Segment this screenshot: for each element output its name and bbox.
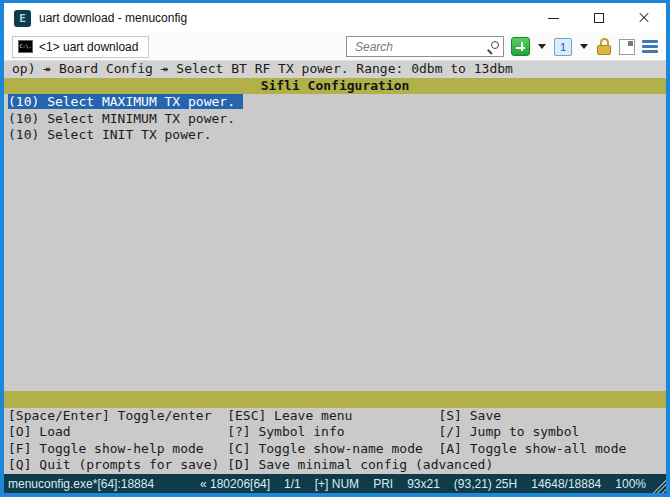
terminal-screen[interactable]: op) ↠ Board Config ↠ Select BT RF TX pow… xyxy=(4,61,666,474)
new-console-dropdown-caret[interactable] xyxy=(538,44,546,49)
search-input[interactable] xyxy=(353,39,486,55)
cmd-icon: C:\. xyxy=(18,40,33,53)
console-tab[interactable]: C:\. <1> uart download xyxy=(12,36,149,58)
terminal-empty-area xyxy=(4,144,666,391)
selected-menu-item[interactable]: (10) Select MAXIMUM TX power. xyxy=(8,94,243,109)
menu-hamburger-icon[interactable] xyxy=(642,40,658,53)
tab-toolbar: C:\. <1> uart download 1 xyxy=(4,33,666,61)
menu-list: (10) Select MAXIMUM TX power. (10) Selec… xyxy=(4,94,666,144)
separator-band xyxy=(4,391,666,408)
close-icon xyxy=(638,12,650,24)
console-number-button[interactable]: 1 xyxy=(554,38,572,56)
window-controls xyxy=(531,3,666,33)
status-bar: menuconfig.exe*[64]:18884 « 180206[64]1/… xyxy=(4,474,666,493)
minimize-button[interactable] xyxy=(531,3,576,33)
help-text: [Space/Enter] Toggle/enter [ESC] Leave m… xyxy=(4,408,666,474)
status-segment: 1/1 xyxy=(284,477,301,491)
search-box xyxy=(346,36,504,57)
maximize-icon xyxy=(594,13,604,23)
status-segment: 100% xyxy=(615,477,646,491)
status-segment: (93,21) 25H xyxy=(454,477,517,491)
window-panel-icon[interactable] xyxy=(619,39,635,55)
search-icon[interactable] xyxy=(486,40,499,54)
status-segments: « 180206[64]1/1[+] NUMPRI93x21(93,21) 25… xyxy=(200,477,646,491)
title-bar: E uart download - menuconfig xyxy=(4,3,666,33)
status-segment: PRI xyxy=(373,477,393,491)
status-segment: [+] NUM xyxy=(315,477,359,491)
menu-item[interactable]: (10) Select MINIMUM TX power. xyxy=(4,111,666,128)
window-title: uart download - menuconfig xyxy=(39,11,187,25)
status-process: menuconfig.exe*[64]:18884 xyxy=(8,477,154,491)
status-segment: 14648/18884 xyxy=(531,477,601,491)
maximize-button[interactable] xyxy=(576,3,621,33)
new-console-button[interactable] xyxy=(511,37,530,56)
minimize-icon xyxy=(548,18,559,19)
console-tab-label: <1> uart download xyxy=(39,40,138,54)
console-list-dropdown-caret[interactable] xyxy=(580,44,588,49)
status-segment: 93x21 xyxy=(407,477,440,491)
lock-icon[interactable] xyxy=(596,38,612,56)
close-button[interactable] xyxy=(621,3,666,33)
menu-item[interactable]: (10) Select MAXIMUM TX power. xyxy=(4,94,666,111)
menu-item[interactable]: (10) Select INIT TX power. xyxy=(4,127,666,144)
menuconfig-path-line: op) ↠ Board Config ↠ Select BT RF TX pow… xyxy=(4,61,666,78)
resize-grip-icon[interactable] xyxy=(651,478,666,493)
app-icon: E xyxy=(14,10,31,27)
menuconfig-section-title: Sifli Configuration xyxy=(4,78,666,95)
status-segment: « 180206[64] xyxy=(200,477,270,491)
conemu-window: E uart download - menuconfig C:\. <1> ua… xyxy=(0,0,670,497)
